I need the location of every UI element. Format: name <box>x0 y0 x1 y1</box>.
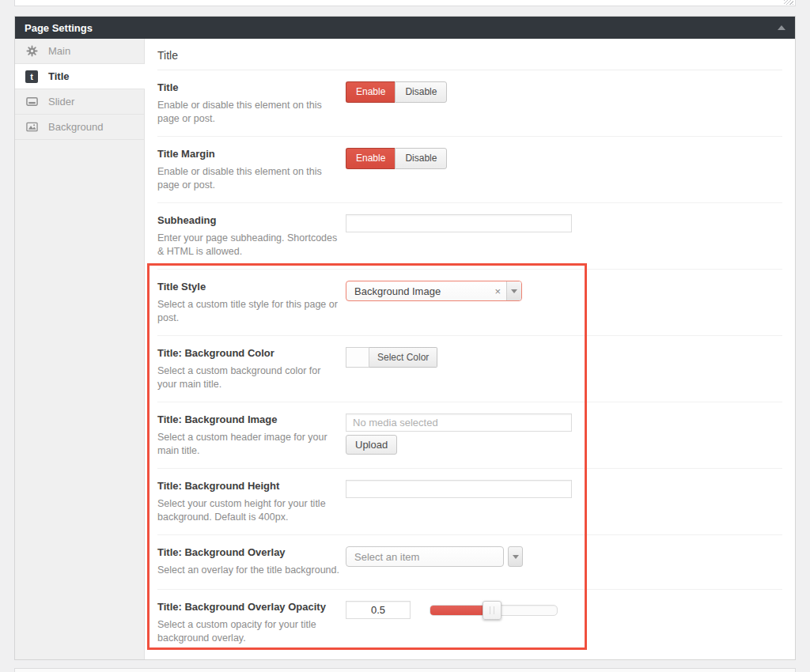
setting-label: Title: Background Overlay Opacity <box>157 601 339 613</box>
chevron-down-icon <box>513 555 519 559</box>
setting-desc: Select a custom header image for your ma… <box>157 431 339 457</box>
collapse-icon[interactable] <box>778 25 785 30</box>
slider-icon <box>25 96 38 108</box>
setting-desc: Enter your page subheading. Shortcodes &… <box>157 232 339 258</box>
disable-button[interactable]: Disable <box>395 148 447 169</box>
panel-body: Main t Title Slider <box>15 39 795 659</box>
background-image-icon <box>25 121 38 134</box>
setting-label: Title: Background Height <box>157 480 339 492</box>
sidebar-item-label: Title <box>48 70 70 82</box>
editor-box-bottom <box>14 0 796 6</box>
setting-row-bg-color: Title: Background Color Select a custom … <box>157 336 782 402</box>
title-icon: t <box>25 70 38 83</box>
resize-grip-icon[interactable] <box>784 0 793 5</box>
settings-sidebar: Main t Title Slider <box>15 39 145 659</box>
setting-desc: Select a custom title style for this pag… <box>157 298 339 324</box>
dropdown-arrow[interactable] <box>506 281 521 300</box>
color-swatch[interactable] <box>346 347 369 368</box>
setting-desc: Enable or disable this element on this p… <box>157 99 339 125</box>
opacity-slider[interactable] <box>430 605 558 616</box>
setting-row-bg-height: Title: Background Height Select your cus… <box>157 469 782 535</box>
panel-header[interactable]: Page Settings <box>15 17 795 39</box>
selected-value: Background Image <box>346 285 489 297</box>
sidebar-item-title[interactable]: t Title <box>15 64 145 89</box>
setting-label: Title: Background Color <box>157 347 339 359</box>
page-settings-panel: Page Settings <box>14 16 796 660</box>
sidebar-item-label: Slider <box>48 96 74 108</box>
setting-desc: Enable or disable this element on this p… <box>157 165 339 191</box>
dropdown-arrow[interactable] <box>508 546 523 567</box>
gear-icon <box>25 45 38 58</box>
sidebar-item-slider[interactable]: Slider <box>15 89 144 115</box>
enable-button[interactable]: Enable <box>346 148 395 169</box>
setting-desc: Select a custom background color for you… <box>157 364 339 391</box>
color-picker: Select Color <box>346 347 437 368</box>
setting-row-title-style: Title Style Select a custom title style … <box>157 270 782 336</box>
subheading-input[interactable] <box>346 214 572 232</box>
sidebar-item-background[interactable]: Background <box>15 115 144 140</box>
sidebar-item-label: Main <box>48 45 70 57</box>
media-input[interactable] <box>346 413 572 432</box>
select-placeholder: Select an item <box>346 551 503 563</box>
upload-button[interactable]: Upload <box>346 435 397 455</box>
setting-row-title: Title Enable or disable this element on … <box>157 70 782 137</box>
setting-label: Title: Background Image <box>157 413 339 425</box>
setting-label: Title: Background Overlay <box>157 546 339 558</box>
section-title: Title <box>157 39 782 70</box>
setting-row-bg-overlay-opacity: Title: Background Overlay Opacity Select… <box>157 590 782 658</box>
bg-overlay-select[interactable]: Select an item <box>346 546 504 567</box>
setting-row-title-margin: Title Margin Enable or disable this elem… <box>157 137 782 203</box>
enable-button[interactable]: Enable <box>346 81 395 103</box>
title-style-select[interactable]: Background Image × <box>346 281 522 301</box>
panel-title: Page Settings <box>25 22 93 34</box>
setting-row-bg-overlay: Title: Background Overlay Select an over… <box>157 535 782 590</box>
setting-desc: Select your custom height for your title… <box>157 497 339 523</box>
disable-button[interactable]: Disable <box>395 81 447 103</box>
setting-row-bg-image: Title: Background Image Select a custom … <box>157 402 782 469</box>
opacity-input[interactable] <box>346 601 411 619</box>
settings-main: Title Title Enable or disable this eleme… <box>145 39 795 659</box>
sidebar-item-main[interactable]: Main <box>15 39 144 64</box>
title-margin-toggle-group: Enable Disable <box>346 148 447 169</box>
setting-label: Subheading <box>157 214 339 226</box>
setting-row-subheading: Subheading Enter your page subheading. S… <box>157 203 782 270</box>
slider-grip-icon <box>490 606 494 614</box>
setting-desc: Select a custom opacity for your title b… <box>157 618 339 644</box>
bg-height-input[interactable] <box>346 480 572 498</box>
setting-label: Title Style <box>157 281 339 293</box>
sidebar-item-label: Background <box>48 121 103 133</box>
clear-icon[interactable]: × <box>489 285 506 297</box>
setting-label: Title Margin <box>157 148 339 160</box>
next-box-top <box>14 668 796 672</box>
select-color-button[interactable]: Select Color <box>369 347 437 368</box>
chevron-down-icon <box>511 289 517 293</box>
slider-handle[interactable] <box>483 601 502 620</box>
setting-desc: Select an overlay for the title backgrou… <box>157 564 339 577</box>
title-toggle-group: Enable Disable <box>346 81 447 103</box>
setting-label: Title <box>157 81 339 93</box>
